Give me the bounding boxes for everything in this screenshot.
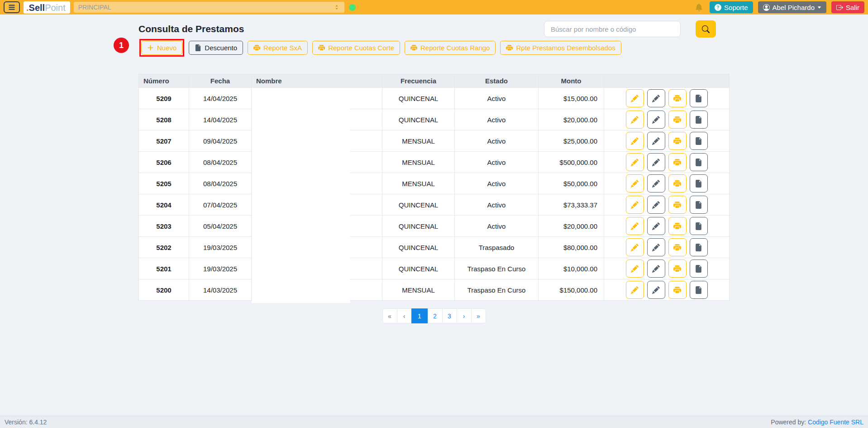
loans-table: Número Fecha Nombre Frecuencia Estado Mo… [138,74,730,301]
table-row: 5201 19/03/2025 QUINCENAL Traspaso En Cu… [139,258,730,279]
user-menu-button[interactable]: Abel Pichardo [758,1,826,13]
pagination-prev[interactable]: ‹ [397,308,412,323]
edit-loan-button[interactable] [626,89,644,107]
pencil-icon [631,244,639,251]
support-button[interactable]: Soporte [710,1,753,13]
rpte-prestamos-desembolsados-button[interactable]: Rpte Prestamos Desembolsados [500,41,621,55]
loan-document-button[interactable] [690,260,708,278]
pencil-icon [631,180,639,188]
notifications-bell-icon[interactable] [695,4,703,11]
annotate-loan-button[interactable] [647,153,665,171]
annotate-loan-button[interactable] [647,132,665,150]
pagination-last[interactable]: » [471,308,486,323]
pencil-icon [631,201,639,209]
file-icon [695,180,702,188]
loan-document-button[interactable] [690,217,708,235]
print-loan-button[interactable] [668,281,687,299]
logout-button[interactable]: Salir [831,1,864,13]
loan-document-button[interactable] [690,174,708,192]
print-loan-button[interactable] [668,174,687,192]
loan-number-cell: 5208 [139,109,189,130]
table-row: 5209 14/04/2025 QUINCENAL Activo $15,000… [139,88,730,109]
edit-loan-button[interactable] [626,217,644,235]
pencil-icon [652,222,660,230]
print-loan-button[interactable] [668,153,687,171]
pagination-page-1[interactable]: 1 [411,308,428,323]
search-button[interactable] [696,20,716,38]
edit-loan-button[interactable] [626,196,644,214]
loan-date-cell: 14/03/2025 [189,279,252,301]
annotate-loan-button[interactable] [647,174,665,192]
loan-document-button[interactable] [690,196,708,214]
reporte-cuotas-rango-button[interactable]: Reporte Cuotas Rango [405,41,496,55]
annotate-loan-button[interactable] [647,89,665,107]
printer-icon [673,244,681,251]
branch-select[interactable]: PRINCIPAL [74,2,344,13]
loan-number-cell: 5203 [139,216,189,237]
loan-document-button[interactable] [690,238,708,256]
print-loan-button[interactable] [668,132,687,150]
edit-loan-button[interactable] [626,174,644,192]
loan-actions-cell [604,88,730,109]
pencil-icon [631,116,639,124]
loan-frequency-cell: QUINCENAL [382,88,455,109]
loan-frequency-cell: MENSUAL [382,130,455,152]
table-row: 5207 09/04/2025 MENSUAL Activo $25,000.0… [139,130,730,152]
printer-icon [673,116,681,124]
select-arrows-icon [334,4,340,10]
edit-loan-button[interactable] [626,260,644,278]
loan-date-cell: 14/04/2025 [189,109,252,130]
print-loan-button[interactable] [668,217,687,235]
loans-table-body: 5209 14/04/2025 QUINCENAL Activo $15,000… [139,88,730,301]
annotate-loan-button[interactable] [647,217,665,235]
annotate-loan-button[interactable] [647,281,665,299]
pagination-next[interactable]: › [457,308,472,323]
edit-loan-button[interactable] [626,281,644,299]
pagination-page-2[interactable]: 2 [428,308,443,323]
edit-loan-button[interactable] [626,153,644,171]
descuento-button[interactable]: Descuento [189,41,243,55]
loan-document-button[interactable] [690,111,708,129]
annotate-loan-button[interactable] [647,111,665,129]
annotate-loan-button[interactable] [647,196,665,214]
loan-frequency-cell: MENSUAL [382,279,455,301]
hamburger-icon [8,3,16,11]
loan-frequency-cell: QUINCENAL [382,258,455,279]
loan-document-button[interactable] [690,89,708,107]
menu-toggle-button[interactable] [4,1,20,13]
sellpoint-logo: .SellPoint [24,1,70,14]
loan-date-cell: 05/04/2025 [189,216,252,237]
edit-loan-button[interactable] [626,238,644,256]
loan-frequency-cell: QUINCENAL [382,194,455,216]
table-row: 5208 14/04/2025 QUINCENAL Activo $20,000… [139,109,730,130]
annotate-loan-button[interactable] [647,238,665,256]
table-row: 5200 14/03/2025 MENSUAL Traspaso En Curs… [139,279,730,301]
loan-document-button[interactable] [690,132,708,150]
row-actions [604,111,729,129]
loan-frequency-cell: QUINCENAL [382,237,455,258]
pagination-page-3[interactable]: 3 [442,308,457,323]
loan-frequency-cell: QUINCENAL [382,109,455,130]
pagination-first[interactable]: « [382,308,397,323]
annotate-loan-button[interactable] [647,260,665,278]
pencil-icon [652,265,660,273]
print-loan-button[interactable] [668,196,687,214]
print-loan-button[interactable] [668,89,687,107]
loan-status-cell: Activo [455,88,539,109]
loan-document-button[interactable] [690,281,708,299]
edit-loan-button[interactable] [626,111,644,129]
reporte-sxa-button[interactable]: Reporte SxA [248,41,308,55]
loan-document-button[interactable] [690,153,708,171]
reporte-cuotas-corte-button[interactable]: Reporte Cuotas Corte [312,41,400,55]
print-loan-button[interactable] [668,111,687,129]
edit-loan-button[interactable] [626,132,644,150]
powered-by-link[interactable]: Codigo Fuente SRL [808,418,863,426]
print-loan-button[interactable] [668,260,687,278]
main-content: Consulta de Prestamos 1 Nuevo Descuento … [138,21,730,323]
nuevo-button[interactable]: Nuevo [141,41,182,55]
table-row: 5202 19/03/2025 QUINCENAL Traspasado $80… [139,237,730,258]
search-input[interactable] [544,21,681,37]
footer: Versión: 6.4.12 Powered by: Codigo Fuent… [0,416,868,428]
row-actions [604,132,729,150]
print-loan-button[interactable] [668,238,687,256]
